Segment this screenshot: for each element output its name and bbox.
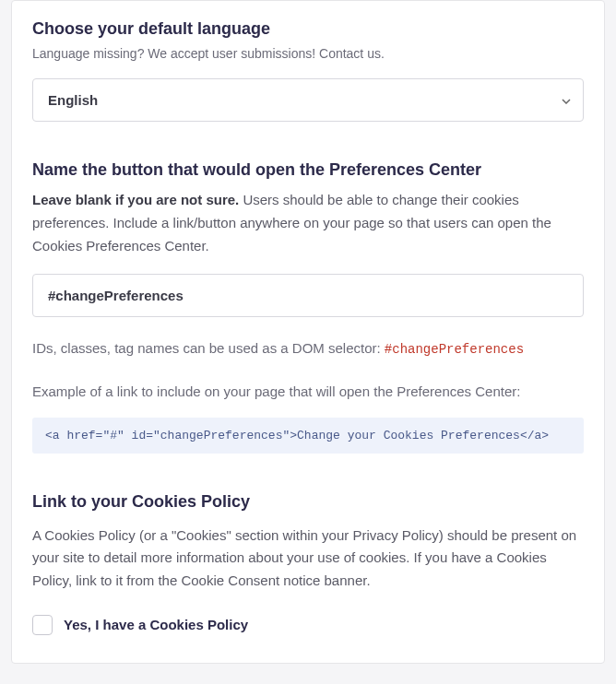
cookies-policy-section: Link to your Cookies Policy A Cookies Po…	[32, 492, 584, 635]
settings-card: Choose your default language Language mi…	[11, 0, 605, 664]
preferences-desc-bold: Leave blank if you are not sure.	[32, 192, 239, 207]
cookies-policy-checkbox[interactable]	[32, 615, 53, 635]
preferences-section: Name the button that would open the Pref…	[32, 160, 584, 454]
language-select-wrap: English	[32, 78, 584, 122]
language-heading: Choose your default language	[32, 19, 584, 39]
language-subtext: Language missing? We accept user submiss…	[32, 44, 584, 64]
selector-hint-text: IDs, classes, tag names can be used as a…	[32, 340, 385, 356]
cookies-policy-description: A Cookies Policy (or a "Cookies" section…	[32, 525, 584, 593]
example-code-block: <a href="#" id="changePreferences">Chang…	[32, 418, 584, 454]
cookies-policy-check-row: Yes, I have a Cookies Policy	[32, 615, 584, 635]
selector-hint-code: #changePreferences	[385, 342, 524, 357]
cookies-policy-heading: Link to your Cookies Policy	[32, 492, 584, 512]
selector-hint: IDs, classes, tag names can be used as a…	[32, 337, 584, 360]
language-select[interactable]: English	[32, 78, 584, 122]
cookies-policy-checkbox-label: Yes, I have a Cookies Policy	[64, 617, 248, 632]
example-label: Example of a link to include on your pag…	[32, 381, 584, 403]
preferences-description: Leave blank if you are not sure. Users s…	[32, 189, 584, 257]
preferences-selector-input[interactable]	[32, 274, 584, 317]
language-section: Choose your default language Language mi…	[32, 19, 584, 122]
preferences-heading: Name the button that would open the Pref…	[32, 160, 584, 180]
